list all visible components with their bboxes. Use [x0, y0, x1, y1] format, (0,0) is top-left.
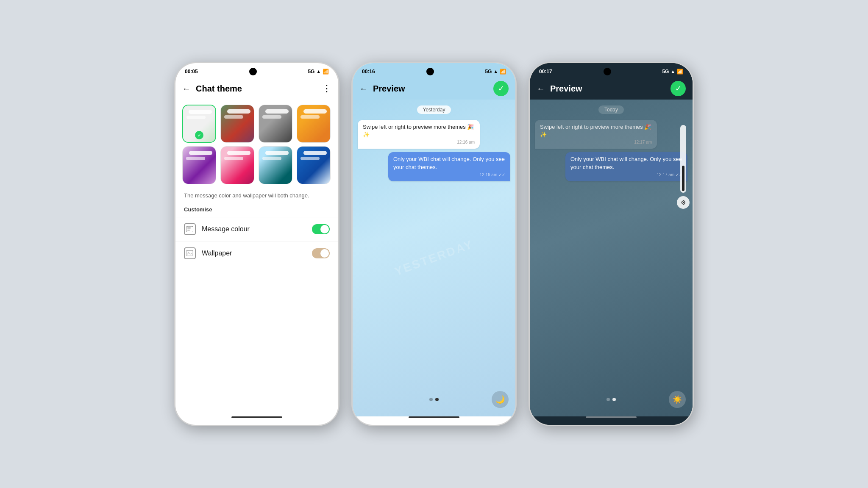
phone-2: 00:16 5G ▲ 📶 ← Preview ✓ YESTERDAY Yeste…: [351, 62, 517, 426]
message-sent-2: Only your WBI chat will change. Only you…: [388, 152, 510, 181]
message-colour-icon: [184, 223, 196, 235]
dot-inactive-2: [429, 398, 433, 401]
dot-indicator-3: [606, 398, 616, 401]
signal-icons-2: 5G ▲ 📶: [485, 69, 506, 75]
page-title-2: Preview: [373, 84, 488, 94]
home-bar-2: [409, 416, 459, 418]
message-text-recv-3: Swipe left or right to preview more them…: [540, 124, 651, 138]
light-mode-button-3[interactable]: ☀️: [669, 391, 686, 408]
date-chip-2: Yesterday: [417, 105, 451, 114]
wallpaper-row[interactable]: Wallpaper: [175, 241, 338, 265]
top-bar-1: ← Chat theme ⋮: [175, 78, 338, 100]
dot-indicator-2: [429, 398, 439, 401]
svg-rect-1: [187, 227, 191, 229]
info-text: The message color and wallpaper will bot…: [175, 189, 338, 206]
page-title-3: Preview: [550, 84, 665, 94]
notch-3: [604, 68, 611, 75]
back-button-2[interactable]: ←: [359, 84, 368, 94]
confirm-button-2[interactable]: ✓: [493, 81, 509, 96]
message-recv-3: Swipe left or right to preview more them…: [535, 120, 657, 149]
chat-background-2: YESTERDAY Yesterday Swipe left or right …: [353, 100, 515, 416]
scroll-track-3[interactable]: [680, 125, 686, 193]
dot-active-2: [435, 398, 439, 401]
status-bar-2: 00:16 5G ▲ 📶: [353, 63, 515, 78]
status-bar-3: 00:17 5G ▲ 📶: [530, 63, 693, 78]
theme-thumb-6[interactable]: [220, 146, 254, 184]
menu-icon-1[interactable]: ⋮: [322, 83, 331, 94]
time-sent-3: 12:17 am ✓✓: [570, 172, 682, 178]
theme-thumb-3[interactable]: [259, 105, 292, 143]
phone-1: 00:05 5G ▲ 📶 ← Chat theme ⋮ ✓: [174, 62, 339, 426]
date-chip-3: Today: [598, 105, 624, 114]
notch-1: [249, 68, 257, 75]
customise-label: Customise: [175, 206, 338, 217]
scroll-bar-3[interactable]: ⚙: [677, 125, 689, 209]
brightness-icon-3[interactable]: ⚙: [677, 196, 690, 209]
top-bar-2: ← Preview ✓: [353, 78, 515, 100]
time-2: 00:16: [362, 69, 375, 75]
phone-3: 00:17 5G ▲ 📶 ← Preview ✓ Today Swipe lef…: [529, 62, 694, 426]
scroll-thumb-3[interactable]: [682, 166, 684, 191]
confirm-button-3[interactable]: ✓: [670, 81, 686, 96]
time-3: 00:17: [539, 69, 552, 75]
svg-rect-4: [187, 251, 193, 256]
selected-check: ✓: [195, 131, 203, 139]
message-colour-label: Message colour: [202, 225, 306, 233]
message-text-recv-2: Swipe left or right to preview more them…: [363, 124, 474, 138]
message-text-sent-3: Only your WBI chat will change. Only you…: [570, 156, 682, 170]
message-recv-2: Swipe left or right to preview more them…: [358, 120, 480, 149]
message-text-sent-2: Only your WBI chat will change. Only you…: [393, 156, 505, 170]
chat-background-3: Today Swipe left or right to preview mor…: [530, 100, 693, 416]
back-button-1[interactable]: ←: [182, 84, 191, 94]
back-button-3[interactable]: ←: [537, 84, 545, 94]
wallpaper-toggle[interactable]: [312, 248, 330, 258]
top-bar-3: ← Preview ✓: [530, 78, 693, 100]
page-title-1: Chat theme: [196, 84, 317, 94]
svg-rect-2: [187, 230, 190, 231]
message-colour-row[interactable]: Message colour: [175, 217, 338, 241]
home-bar-1: [231, 416, 282, 418]
status-bar-1: 00:05 5G ▲ 📶: [175, 63, 338, 78]
chat-area-3: Today Swipe left or right to preview mor…: [530, 100, 693, 185]
notch-2: [426, 68, 434, 75]
message-colour-toggle[interactable]: [312, 224, 330, 234]
theme-thumb-4[interactable]: [297, 105, 331, 143]
theme-thumb-5[interactable]: [182, 146, 216, 184]
theme-thumb-1[interactable]: ✓: [182, 105, 216, 143]
dark-mode-button-2[interactable]: 🌙: [492, 391, 509, 408]
bottom-bar-3: ☀️: [530, 386, 693, 416]
wallpaper-icon: [184, 247, 196, 259]
dot-active-3: [612, 398, 616, 401]
time-sent-2: 12:16 am ✓✓: [393, 172, 505, 178]
theme-grid: ✓: [175, 100, 338, 189]
message-sent-3: Only your WBI chat will change. Only you…: [565, 152, 687, 181]
chat-area-2: Yesterday Swipe left or right to preview…: [353, 100, 515, 185]
theme-thumb-8[interactable]: [297, 146, 331, 184]
signal-icons-1: 5G ▲ 📶: [308, 69, 329, 75]
svg-rect-3: [186, 250, 193, 256]
dot-inactive-3: [606, 398, 610, 401]
time-recv-3: 12:17 am: [540, 139, 652, 145]
home-bar-3: [586, 416, 637, 418]
theme-thumb-2[interactable]: [220, 105, 254, 143]
time-recv-2: 12:16 am: [363, 139, 475, 145]
bottom-bar-2: 🌙: [353, 386, 515, 416]
wallpaper-label: Wallpaper: [202, 250, 306, 257]
signal-icons-3: 5G ▲ 📶: [662, 69, 683, 75]
theme-thumb-7[interactable]: [259, 146, 292, 184]
time-1: 00:05: [185, 69, 198, 75]
